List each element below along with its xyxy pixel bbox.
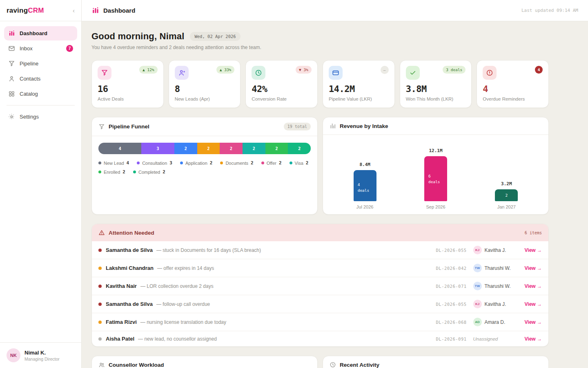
sidebar-item-contacts[interactable]: Contacts xyxy=(4,72,77,86)
greeting-subtitle: You have 4 overdue reminders and 2 deals… xyxy=(91,45,549,50)
view-link[interactable]: View → xyxy=(525,301,542,307)
brand-name-right: CRM xyxy=(28,7,44,14)
counsellor-workload-card: Counsellor Workload Kavitha J.4Tharushi … xyxy=(91,356,318,368)
assignee-name: Kavitha J. xyxy=(485,247,506,253)
attention-needed-card: Attention Needed 6 items Samantha de Sil… xyxy=(91,224,549,347)
deal-id: DL-2026-042 xyxy=(436,266,466,271)
user-role: Managing Director xyxy=(24,357,60,361)
funnel-segment-enrolled[interactable]: 2 xyxy=(265,143,288,154)
kpi-card-top: – xyxy=(329,66,389,80)
attention-row[interactable]: Samantha de Silva— stuck in Documents fo… xyxy=(92,241,548,259)
attention-row[interactable]: Samantha de Silva— follow-up call overdu… xyxy=(92,295,548,313)
attention-note: — LOR collection overdue 2 days xyxy=(140,283,214,289)
funnel-segment-consultation[interactable]: 3 xyxy=(141,143,174,154)
assignee: ADAmara D. xyxy=(473,318,519,326)
view-link[interactable]: View → xyxy=(525,336,542,342)
deal-id: DL-2026-055 xyxy=(436,302,466,307)
legend-count: 2 xyxy=(279,160,282,166)
revenue-bar[interactable]: 4deals xyxy=(354,170,376,201)
funnel-icon xyxy=(8,60,15,67)
attention-row[interactable]: Kavitha Nair— LOR collection overdue 2 d… xyxy=(92,277,548,295)
revenue-x-label: Jul 2026 xyxy=(354,204,376,209)
sidebar-item-inbox[interactable]: Inbox7 xyxy=(4,41,77,56)
funnel-segment-new-lead[interactable]: 4 xyxy=(98,143,141,154)
legend-count: 4 xyxy=(127,160,129,166)
deal-id: DL-2026-091 xyxy=(436,337,466,341)
clock-icon xyxy=(330,361,336,368)
sidebar-item-settings[interactable]: Settings xyxy=(4,110,77,124)
sidebar-item-catalog[interactable]: Catalog xyxy=(4,87,77,101)
legend-label: Documents xyxy=(225,161,248,166)
revenue-value-label: 8.4M xyxy=(359,162,370,167)
legend-item: Documents2 xyxy=(220,160,253,166)
brand-logo: ravingCRM xyxy=(7,7,44,15)
kpi-card-top: 3 deals xyxy=(406,66,466,80)
sidebar-collapse-icon[interactable]: ‹ xyxy=(73,7,75,13)
attention-note: — stuck in Documents for 16 days (SLA br… xyxy=(156,247,261,253)
kpi-value: 16 xyxy=(98,84,158,94)
assignee: TWTharushi W. xyxy=(473,282,519,290)
kpi-card-pipeline-value-lkr-: –14.2MPipeline Value (LKR) xyxy=(323,60,395,108)
card-title: Attention Needed xyxy=(109,230,154,236)
mail-icon xyxy=(8,45,15,52)
severity-dot xyxy=(98,303,102,306)
funnel-icon xyxy=(98,123,105,130)
assignee-name: Amara D. xyxy=(485,319,506,325)
kpi-trend-badge: 4 xyxy=(535,66,543,74)
funnel-segment-visa[interactable]: 2 xyxy=(243,143,265,154)
kpi-trend-badge: 3 deals xyxy=(443,66,466,74)
user-menu[interactable]: NK Nimal K. Managing Director xyxy=(0,342,81,368)
sidebar-item-dashboard[interactable]: Dashboard xyxy=(4,26,77,40)
revenue-bar[interactable]: 6deals xyxy=(424,156,447,201)
attention-row[interactable]: Aisha Patel— new lead, no counsellor ass… xyxy=(92,331,548,346)
sidebar-item-label: Inbox xyxy=(20,45,33,52)
revenue-deals-label: 6deals xyxy=(428,173,440,185)
contact-name: Samantha de Silva xyxy=(106,247,153,253)
legend-label: Offer xyxy=(267,161,276,166)
attention-row[interactable]: Lakshmi Chandran— offer expires in 14 da… xyxy=(92,259,548,277)
severity-dot xyxy=(98,285,102,288)
revenue-bar[interactable]: 2 xyxy=(495,189,518,201)
revenue-bar-group: 12.1M6deals xyxy=(424,148,447,201)
app-window: ravingCRM ‹ DashboardInbox7PipelineConta… xyxy=(0,0,588,368)
funnel-segment-documents[interactable]: 2 xyxy=(197,143,220,154)
view-link[interactable]: View → xyxy=(525,265,542,271)
legend-count: 2 xyxy=(251,160,254,166)
revenue-value-label: 12.1M xyxy=(429,148,442,153)
sidebar-item-pipeline[interactable]: Pipeline xyxy=(4,56,77,71)
kpi-value: 42% xyxy=(252,84,312,94)
kpi-card-conversion-rate: ▼ 3%42%Conversion Rate xyxy=(245,60,318,108)
funnel-segment-completed[interactable]: 2 xyxy=(288,143,311,154)
legend-count: 2 xyxy=(306,160,309,166)
page-title: Dashboard xyxy=(103,7,135,14)
legend-label: New Lead xyxy=(104,161,124,166)
revenue-bar-group: 8.4M4deals xyxy=(354,162,376,201)
kpi-grid: ▲ 12%16Active Deals▲ 33%8New Leads (Apr)… xyxy=(91,60,549,108)
revenue-x-axis: Jul 2026Sep 2026Jan 2027 xyxy=(330,204,542,209)
card-title: Counsellor Workload xyxy=(109,362,164,368)
funnel-segment-offer[interactable]: 2 xyxy=(220,143,243,154)
card-title: Pipeline Funnel xyxy=(109,123,149,130)
recent-activity-card: Recent Activity Kavitha J. moved Priya S… xyxy=(323,356,549,368)
sidebar: ravingCRM ‹ DashboardInbox7PipelineConta… xyxy=(0,0,82,368)
sidebar-item-label: Pipeline xyxy=(20,61,38,67)
view-link[interactable]: View → xyxy=(525,247,542,253)
legend-dot xyxy=(98,162,101,164)
legend-dot xyxy=(261,162,264,164)
contact-name: Kavitha Nair xyxy=(106,283,137,289)
legend-count: 2 xyxy=(122,169,125,175)
nav-divider xyxy=(7,105,75,105)
funnel-segment-application[interactable]: 2 xyxy=(174,143,197,154)
kpi-label: New Leads (Apr) xyxy=(175,96,235,101)
view-link[interactable]: View → xyxy=(525,319,542,325)
kpi-value: 3.8M xyxy=(406,84,466,94)
view-link[interactable]: View → xyxy=(525,283,542,289)
legend-label: Visa xyxy=(295,161,303,166)
legend-item: Consultation3 xyxy=(137,160,172,166)
sidebar-nav: DashboardInbox7PipelineContactsCatalog xyxy=(0,21,81,101)
kpi-label: Pipeline Value (LKR) xyxy=(329,96,389,101)
avatar: KJ xyxy=(473,300,482,308)
attention-row[interactable]: Fatima Rizvi— nursing license translatio… xyxy=(92,313,548,331)
revenue-deals-label: 4deals xyxy=(358,182,370,194)
legend-label: Completed xyxy=(138,170,160,175)
